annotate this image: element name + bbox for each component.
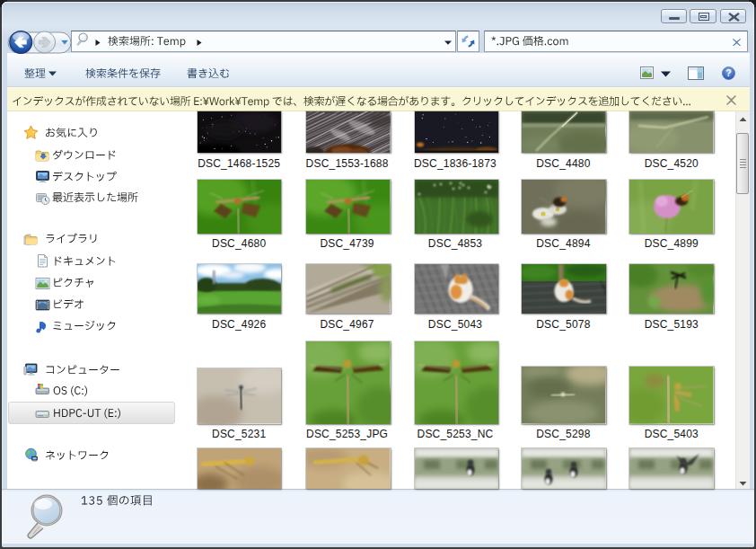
svg-text:?: ? — [725, 67, 731, 78]
